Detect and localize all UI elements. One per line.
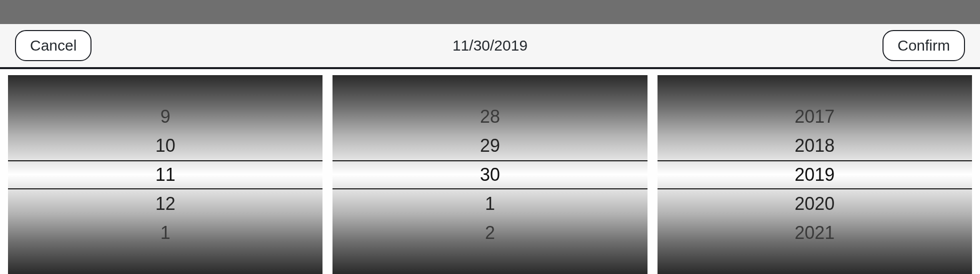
day-option[interactable]: 1 xyxy=(332,189,647,218)
year-option[interactable]: 2021 xyxy=(658,218,972,247)
day-option[interactable]: 29 xyxy=(332,131,647,160)
month-option[interactable]: 12 xyxy=(8,189,322,218)
month-column[interactable]: 9 10 11 12 1 xyxy=(8,75,322,274)
year-option[interactable]: 2020 xyxy=(658,189,972,218)
month-option[interactable]: 1 xyxy=(8,218,322,247)
day-option-selected[interactable]: 30 xyxy=(332,160,647,189)
month-option-selected[interactable]: 11 xyxy=(8,160,322,189)
month-option[interactable]: 9 xyxy=(8,102,322,131)
year-option[interactable]: 2017 xyxy=(658,102,972,131)
day-option[interactable]: 2 xyxy=(332,218,647,247)
day-option[interactable]: 28 xyxy=(332,102,647,131)
year-option-selected[interactable]: 2019 xyxy=(658,160,972,189)
day-column-inner: 28 29 30 1 2 xyxy=(332,75,647,274)
picker-columns: 9 10 11 12 1 28 29 30 1 2 2017 2018 2019 xyxy=(0,69,980,274)
confirm-button[interactable]: Confirm xyxy=(882,30,965,61)
month-column-inner: 9 10 11 12 1 xyxy=(8,75,322,274)
date-picker: Cancel 11/30/2019 Confirm 9 10 11 12 1 2… xyxy=(0,0,980,274)
backdrop xyxy=(0,0,980,24)
year-option[interactable]: 2018 xyxy=(658,131,972,160)
selected-date-title: 11/30/2019 xyxy=(452,37,528,54)
month-option[interactable]: 10 xyxy=(8,131,322,160)
picker-header: Cancel 11/30/2019 Confirm xyxy=(0,24,980,69)
day-column[interactable]: 28 29 30 1 2 xyxy=(332,75,647,274)
year-column[interactable]: 2017 2018 2019 2020 2021 xyxy=(658,75,972,274)
year-column-inner: 2017 2018 2019 2020 2021 xyxy=(658,75,972,274)
cancel-button[interactable]: Cancel xyxy=(15,30,92,61)
